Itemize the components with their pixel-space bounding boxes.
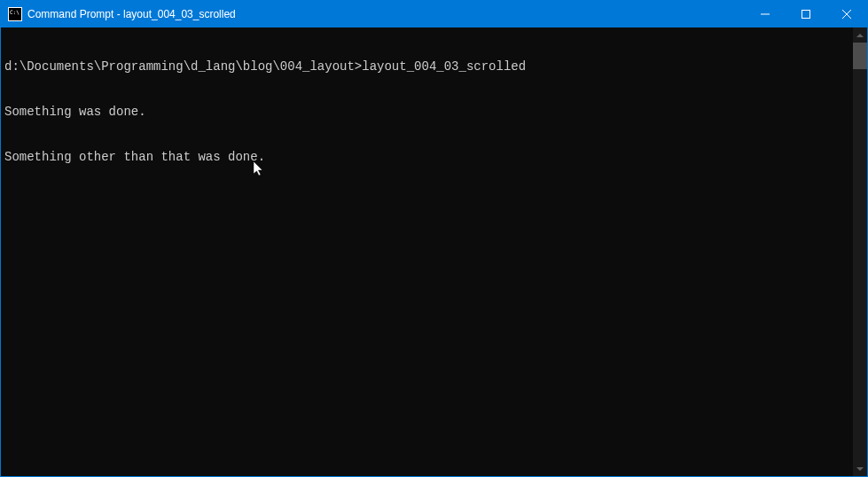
window-title: Command Prompt - layout_004_03_scrolled (27, 8, 745, 20)
content-area: d:\Documents\Programming\d_lang\blog\004… (1, 27, 867, 476)
command-text: layout_004_03_scrolled (362, 59, 526, 74)
minimize-icon (761, 10, 770, 19)
svg-rect-1 (802, 11, 810, 19)
scrollbar-thumb[interactable] (853, 43, 867, 69)
maximize-button[interactable] (786, 1, 826, 27)
prompt-line: d:\Documents\Programming\d_lang\blog\004… (4, 59, 849, 74)
vertical-scrollbar[interactable] (853, 27, 867, 476)
prompt-text: d:\Documents\Programming\d_lang\blog\004… (4, 59, 362, 74)
output-line: Something was done. (4, 105, 849, 120)
output-line: Something other than that was done. (4, 150, 849, 165)
titlebar[interactable]: Command Prompt - layout_004_03_scrolled (1, 1, 867, 27)
window-controls (745, 1, 867, 27)
command-prompt-window: Command Prompt - layout_004_03_scrolled (0, 0, 868, 477)
chevron-down-icon (856, 467, 864, 471)
close-icon (842, 10, 851, 19)
scroll-up-button[interactable] (853, 27, 867, 43)
cmd-icon (8, 7, 22, 21)
minimize-button[interactable] (745, 1, 786, 27)
scrollbar-track[interactable] (853, 43, 867, 461)
terminal-output[interactable]: d:\Documents\Programming\d_lang\blog\004… (1, 27, 853, 476)
maximize-icon (802, 10, 810, 19)
chevron-up-icon (856, 34, 864, 37)
close-button[interactable] (826, 1, 867, 27)
scroll-down-button[interactable] (853, 461, 867, 476)
